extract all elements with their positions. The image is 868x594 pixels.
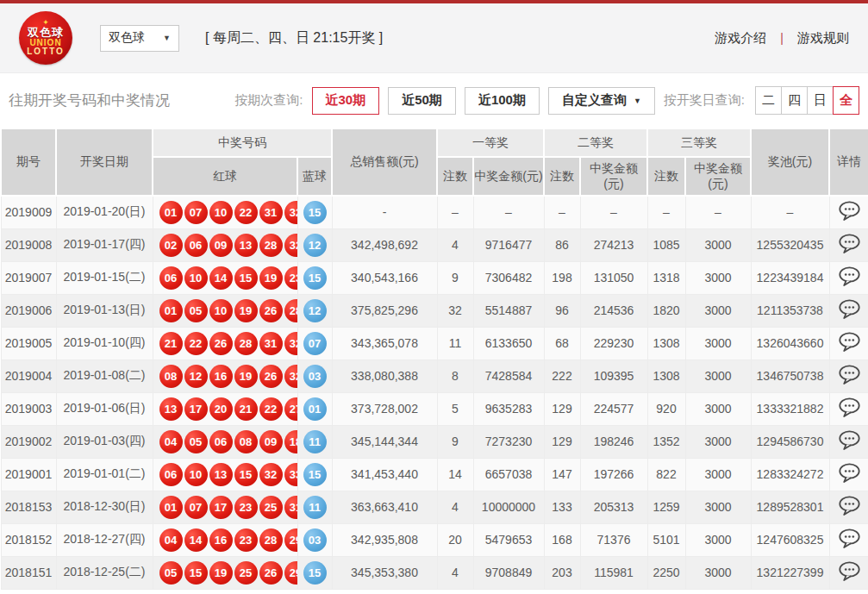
table-row: 2019005 2019-01-10(四) 212226283132 07 34… [1, 327, 868, 360]
first-prize-amount-cell: 10000000 [473, 491, 544, 523]
recent-50-button[interactable]: 近50期 [388, 87, 456, 115]
second-prize-count-cell: 129 [544, 392, 580, 425]
red-ball: 29 [284, 561, 298, 585]
red-ball: 06 [209, 430, 233, 453]
second-prize-amount-cell: 224577 [580, 392, 647, 425]
red-ball: 06 [159, 266, 183, 290]
day-thursday-button[interactable]: 四 [781, 86, 808, 115]
col-header-first-amount: 中奖金额(元) [473, 157, 544, 196]
detail-comment-icon[interactable] [838, 397, 861, 421]
blue-ball: 03 [303, 365, 327, 388]
prize-pool-cell: 1289528301 [751, 491, 829, 523]
first-prize-count-cell: 4 [437, 491, 473, 523]
draw-date-cell: 2019-01-15(二) [56, 261, 153, 294]
filter-bar: 往期开奖号码和中奖情况 按期次查询: 近30期 近50期 近100期 自定义查询… [0, 73, 868, 128]
table-row: 2018153 2018-12-30(日) 010717232531 11 36… [1, 491, 868, 523]
detail-cell [829, 556, 868, 589]
detail-comment-icon[interactable] [838, 496, 861, 519]
third-prize-amount-cell: 3000 [685, 228, 751, 261]
red-balls-cell: 131720212227 [153, 392, 297, 425]
blue-ball-cell: 07 [297, 327, 332, 360]
total-sales-cell: 340,543,166 [332, 261, 437, 294]
detail-comment-icon[interactable] [838, 463, 861, 486]
red-ball: 10 [184, 266, 208, 290]
prize-pool-cell: 1321227399 [751, 556, 829, 589]
recent-30-button[interactable]: 近30期 [312, 87, 380, 115]
first-prize-amount-cell: 9716477 [473, 228, 544, 261]
total-sales-cell: 363,663,410 [332, 491, 437, 523]
red-ball: 25 [259, 496, 283, 519]
third-prize-count-cell: 2250 [647, 556, 685, 589]
game-rules-link[interactable]: 游戏规则 [797, 30, 849, 47]
draw-date-cell: 2019-01-17(四) [56, 228, 153, 261]
third-prize-count-cell: 1259 [647, 491, 685, 523]
blue-ball-cell: 03 [297, 360, 332, 392]
red-ball: 22 [259, 397, 283, 421]
first-prize-amount-cell: 7306482 [473, 261, 544, 294]
detail-comment-icon[interactable] [838, 201, 861, 224]
total-sales-cell: 345,353,380 [332, 556, 437, 589]
total-sales-cell: 373,728,002 [332, 392, 437, 425]
red-ball: 26 [259, 299, 283, 322]
detail-comment-icon[interactable] [838, 528, 861, 552]
red-ball: 32 [284, 201, 298, 224]
table-row: 2019007 2019-01-15(二) 061014151923 15 34… [1, 261, 868, 294]
blue-ball: 12 [303, 299, 327, 322]
first-prize-count-cell: 4 [437, 556, 473, 589]
game-select-dropdown[interactable]: 双色球 ▼ [100, 25, 179, 52]
red-ball: 26 [259, 561, 283, 585]
col-header-winning-numbers: 中奖号码 [153, 128, 332, 157]
red-balls-cell: 051519252629 [153, 556, 297, 589]
second-prize-amount-cell: 71376 [580, 523, 647, 556]
period-cell: 2019007 [1, 261, 56, 294]
col-header-second-prize: 二等奖 [544, 128, 647, 157]
red-ball: 14 [209, 266, 233, 290]
day-sunday-button[interactable]: 日 [807, 86, 834, 115]
custom-query-dropdown[interactable]: 自定义查询 ▼ [548, 87, 655, 115]
red-ball: 18 [284, 430, 298, 453]
red-ball: 23 [284, 266, 298, 290]
first-prize-amount-cell: 7428584 [473, 360, 544, 392]
detail-comment-icon[interactable] [838, 430, 861, 453]
period-cell: 2019003 [1, 392, 56, 425]
period-cell: 2019004 [1, 360, 56, 392]
red-ball: 04 [159, 528, 183, 552]
red-ball: 05 [184, 299, 208, 322]
red-ball: 19 [234, 365, 258, 388]
draw-date-cell: 2018-12-27(四) [56, 523, 153, 556]
first-prize-amount-cell: 5514887 [473, 294, 544, 327]
table-row: 2019002 2019-01-03(四) 040506080918 11 34… [1, 425, 868, 458]
second-prize-count-cell: 168 [544, 523, 580, 556]
day-tuesday-button[interactable]: 二 [755, 86, 782, 115]
col-header-detail: 详情 [829, 128, 868, 196]
period-query-label: 按期次查询: [234, 92, 303, 109]
red-ball: 13 [234, 234, 258, 257]
col-header-sales: 总销售额(元) [332, 128, 437, 196]
detail-comment-icon[interactable] [838, 332, 861, 355]
detail-comment-icon[interactable] [838, 234, 861, 257]
detail-comment-icon[interactable] [838, 365, 861, 388]
detail-cell [829, 360, 868, 392]
red-ball: 08 [234, 430, 258, 453]
red-ball: 01 [159, 496, 183, 519]
blue-ball-cell: 11 [297, 491, 332, 523]
red-ball: 10 [209, 299, 233, 322]
detail-cell [829, 458, 868, 491]
detail-comment-icon[interactable] [838, 299, 861, 322]
detail-comment-icon[interactable] [838, 266, 861, 290]
recent-100-button[interactable]: 近100期 [465, 87, 540, 115]
third-prize-count-cell: 1820 [647, 294, 685, 327]
game-select-value: 双色球 [109, 30, 145, 46]
red-ball: 23 [234, 496, 258, 519]
detail-cell [829, 327, 868, 360]
period-cell: 2019006 [1, 294, 56, 327]
third-prize-amount-cell: 3000 [685, 458, 751, 491]
day-all-button[interactable]: 全 [833, 86, 859, 115]
game-intro-link[interactable]: 游戏介绍 [715, 30, 766, 47]
col-header-third-prize: 三等奖 [647, 128, 751, 157]
detail-comment-icon[interactable] [838, 561, 861, 585]
col-header-first-count: 注数 [437, 157, 473, 196]
third-prize-count-cell: 1085 [647, 228, 685, 261]
union-lotto-logo[interactable]: ✦ 双色球 UNION LOTTO [19, 11, 72, 65]
red-ball: 28 [259, 234, 283, 257]
